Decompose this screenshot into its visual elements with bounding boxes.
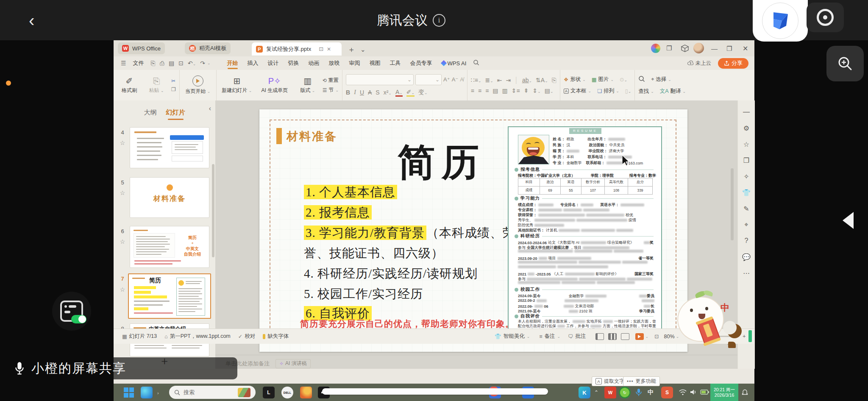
slide-header[interactable]: 材料准备 — [287, 129, 337, 144]
zoom-in-button[interactable] — [826, 46, 864, 81]
fit-window-icon[interactable]: ⊡ — [654, 333, 659, 340]
search-icon[interactable] — [471, 59, 481, 67]
slide-7-thumbnail-selected[interactable]: 简历 — [128, 273, 211, 319]
align-right-icon[interactable]: ≡ — [485, 87, 489, 94]
photos-app-icon[interactable]: L — [263, 387, 275, 398]
menu-view[interactable]: 视图 — [365, 56, 385, 70]
comment-bubble-icon[interactable]: 💬 — [738, 249, 755, 265]
picture-button[interactable]: ▦图片⌄ — [592, 76, 614, 83]
align-center-icon[interactable]: ≡ — [478, 87, 481, 94]
undo-icon[interactable]: ↶⌄ — [186, 60, 198, 67]
new-slide-button[interactable]: ⊞新建幻灯片 ⌄ — [220, 72, 254, 98]
clear-format-icon[interactable]: A̸ — [460, 76, 464, 83]
font-increase-icon[interactable]: A⁺ — [443, 76, 450, 83]
zoom-chevron-icon[interactable]: ⌄ — [676, 334, 679, 339]
resume-image[interactable]: RESUME — [508, 126, 662, 330]
convert-text-icon[interactable]: ⎘ — [552, 77, 556, 84]
redo-icon[interactable]: ↷ — [198, 60, 207, 67]
align-objects-icon[interactable]: ▤⌄ — [545, 87, 554, 94]
koolearn-app-icon[interactable]: K — [579, 387, 590, 398]
wifi-icon[interactable] — [679, 389, 687, 397]
tab-list-chevron-icon[interactable]: ⌄ — [360, 46, 366, 53]
panel-scrollbar[interactable] — [212, 164, 214, 257]
menu-home[interactable]: 开始 — [223, 56, 243, 70]
slide-6-thumbnail[interactable]: 简历+ 中英文自我介绍 — [130, 226, 209, 268]
highlight-color-icon[interactable]: ✐⌄ — [406, 89, 415, 97]
notes-strip[interactable]: 单击此处添加备注 ✧ AI 演讲稿 — [215, 358, 737, 369]
arrange-button[interactable]: ❏排列⌄ — [597, 87, 619, 95]
restore-icon[interactable]: ❐ — [726, 45, 732, 53]
tray-expand-icon[interactable]: ⌃ — [594, 390, 598, 395]
list-item-4[interactable]: 4. 科研经历/实践经历/读研规划 — [304, 265, 478, 282]
menu-tools[interactable]: 工具 — [385, 56, 406, 70]
missing-font-warning[interactable]: 缺失字体 — [263, 333, 289, 340]
text-effect-icon[interactable]: 变⌄ — [418, 89, 428, 96]
font-size-select[interactable]: ⌄ — [415, 74, 442, 85]
volume-icon[interactable] — [690, 389, 697, 397]
pen-sign-icon[interactable]: ✎ — [738, 200, 755, 217]
menu-review[interactable]: 审阅 — [345, 56, 365, 70]
wps-tray-icon[interactable]: W — [604, 387, 616, 398]
share-button[interactable]: 分享 — [718, 58, 748, 69]
slide-7-star-icon[interactable]: ☆ — [118, 286, 127, 293]
taskbar-chevron-icon[interactable]: › — [157, 390, 159, 395]
layout-button[interactable]: ▥版式 ⌄ — [295, 72, 320, 98]
spacing-more-icon[interactable]: ⇕⌄ — [532, 87, 540, 94]
find-button[interactable]: 查找⌄ — [638, 88, 654, 95]
find-magnifier-icon[interactable] — [638, 75, 645, 84]
slide-5-thumbnail[interactable]: 材料准备 — [130, 177, 209, 218]
bold-icon[interactable]: B — [346, 89, 350, 96]
canvas-scrollbar[interactable] — [731, 168, 734, 240]
cube-icon[interactable] — [681, 44, 689, 54]
menu-design[interactable]: 设计 — [263, 56, 284, 70]
notes-button[interactable]: ≡ 备注⌄ — [539, 333, 560, 340]
list-item-2[interactable]: 2. 报考信息 — [304, 204, 372, 221]
star-resource-icon[interactable]: ☆ — [738, 136, 755, 152]
font-color-icon[interactable]: A⌄ — [395, 89, 403, 97]
sorter-view-icon[interactable] — [608, 333, 617, 340]
taskbar-search[interactable]: 搜索 — [169, 386, 256, 399]
firefox-icon[interactable] — [300, 387, 312, 398]
properties-icon[interactable]: ⚙ — [738, 120, 755, 136]
present-icon[interactable]: ⊡ — [319, 46, 323, 52]
numbered-list-icon[interactable]: ≣⌄ — [485, 77, 493, 84]
tab-outline[interactable]: 大纲 — [144, 109, 157, 117]
menu-member[interactable]: 会员专享 — [406, 56, 437, 70]
bullet-list-icon[interactable]: ∷≡⌄ — [471, 77, 481, 84]
meeting-app-logo-card[interactable] — [753, 0, 808, 42]
superscript-icon[interactable]: x²⌄ — [384, 89, 392, 96]
caption-toggle-button[interactable] — [52, 292, 91, 331]
save-icon[interactable]: ⎘ — [149, 60, 158, 67]
ai-generate-page-button[interactable]: P✧AI 生成单页 — [256, 72, 293, 98]
sogou-tray-icon[interactable]: S — [661, 387, 673, 398]
play-from-page-button[interactable]: 当页开始 ⌄ — [183, 72, 213, 98]
font-name-select[interactable]: ⌄ — [346, 74, 414, 85]
translate-button[interactable]: 文A翻译⌄ — [660, 88, 686, 95]
battery-icon[interactable] — [700, 389, 709, 397]
slide-5-star-icon[interactable]: ☆ — [118, 189, 127, 196]
italic-icon[interactable]: I — [354, 89, 356, 96]
para-spacing-icon[interactable]: ⇞ — [524, 87, 529, 94]
textbox-button[interactable]: A文本框⌄ — [564, 87, 591, 95]
user-avatar[interactable] — [693, 43, 704, 53]
mic-tray-icon[interactable] — [635, 388, 643, 399]
char-spacing-icon[interactable]: a̲b̲⌄ — [522, 77, 532, 84]
shadow-icon[interactable]: S — [376, 89, 379, 96]
copy-icon[interactable]: ❐ — [171, 86, 176, 92]
workspace-icon[interactable]: ❐ — [666, 45, 672, 52]
shapes-button[interactable]: ❖形状⌄ — [564, 76, 586, 83]
magic-wand-icon[interactable]: ✧ — [738, 168, 755, 184]
line-spacing-icon[interactable]: ⇕≡ — [512, 87, 520, 94]
list-item-3-wrap[interactable]: 誉、技能证书、四六级） — [304, 245, 444, 262]
columns-icon[interactable]: ▥ — [502, 87, 508, 94]
comment-button[interactable]: 🗨 批注 — [568, 333, 586, 340]
print-icon[interactable]: ⎙ — [158, 60, 167, 67]
format-painter-button[interactable]: ✐格式刷 — [117, 72, 142, 98]
record-button[interactable] — [807, 3, 844, 32]
list-item-3[interactable]: 3. 学习能力/教育背景（本科成绩、荣 — [304, 225, 515, 242]
outdent-icon[interactable]: ⇤ — [497, 77, 502, 84]
map-search-icon[interactable]: ⌖ — [738, 217, 755, 233]
more-features-button[interactable]: ••• 更多功能 — [623, 376, 660, 386]
minimize-icon[interactable]: — — [711, 45, 718, 52]
tab-slides[interactable]: 幻灯片 — [166, 109, 185, 117]
